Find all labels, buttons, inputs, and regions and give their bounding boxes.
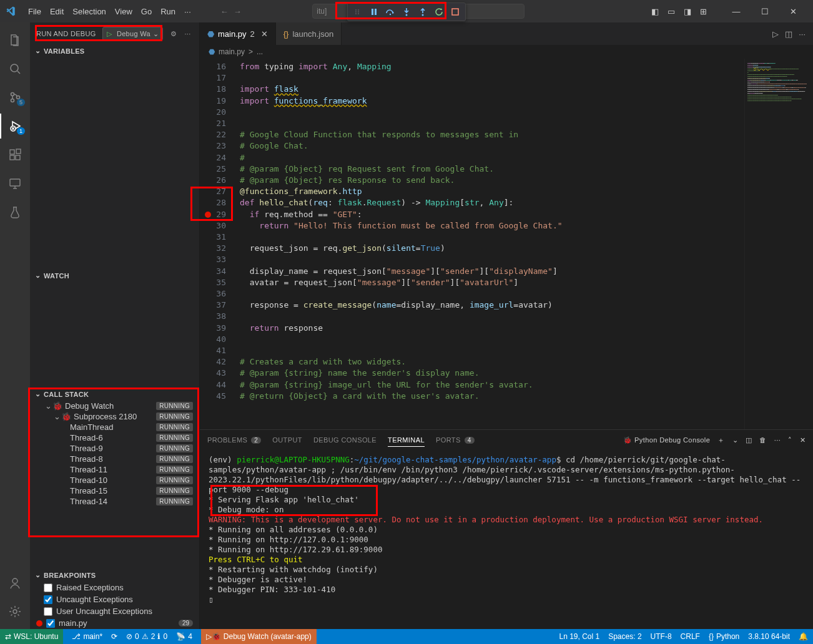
stop-button[interactable] [448,5,463,19]
panel-tab-problems[interactable]: PROBLEMS2 [207,434,261,446]
terminal-output[interactable]: (env) pierrick@LAPTOP-HKU5PNNG:~/git/goo… [200,450,813,629]
remote-indicator[interactable]: ⇄WSL: Ubuntu [0,629,63,644]
callstack-row[interactable]: Thread-11RUNNING [30,464,199,475]
panel-maximize-icon[interactable]: ˄ [788,436,792,444]
drag-grip-icon[interactable] [350,5,365,19]
eol-status[interactable]: CRLF [681,632,700,641]
nav-forward-icon[interactable]: → [234,7,242,16]
bp-raised-checkbox[interactable] [44,583,52,592]
start-debug-icon[interactable]: ▷ [103,30,116,38]
ports-status[interactable]: 📡4 [176,632,192,641]
callstack-row[interactable]: Thread-6RUNNING [30,432,199,443]
tab-launch-json[interactable]: {} launch.json [276,22,342,45]
breadcrumb[interactable]: ⬣ main.py > ... [200,45,813,59]
callstack-row[interactable]: Thread-15RUNNING [30,485,199,496]
panel-close-icon[interactable]: ✕ [800,436,806,444]
debug-target-status[interactable]: ▷🐞Debug Watch (avatar-app) [201,629,317,644]
callstack-row[interactable]: ⌄🐞Subprocess 2180RUNNING [30,411,199,422]
settings-gear-icon[interactable] [0,599,30,624]
extensions-icon[interactable] [0,142,30,167]
variables-section: Variables [30,45,199,270]
split-editor-icon[interactable]: ◫ [785,29,792,39]
python-interpreter[interactable]: 3.8.10 64-bit [748,632,790,641]
testing-icon[interactable] [0,200,30,225]
svg-point-22 [12,578,17,583]
breakpoints-title[interactable]: Breakpoints [30,569,199,582]
debug-config-dropdown[interactable]: ▷ Debug Wa⌄ [102,27,164,41]
callstack-row[interactable]: Thread-8RUNNING [30,454,199,464]
nav-back-icon[interactable]: ← [220,7,229,16]
bp-uncaught-exceptions[interactable]: Uncaught Exceptions [30,593,199,605]
code-editor[interactable]: 1617181920212223242526272829303132333435… [200,59,813,429]
run-editor-icon[interactable]: ▷ [772,29,779,39]
panel-tab-output[interactable]: OUTPUT [272,434,302,446]
step-out-button[interactable] [415,5,430,19]
window-close[interactable]: ✕ [779,0,808,22]
restart-button[interactable] [431,5,446,19]
notifications-icon[interactable]: 🔔 [799,632,808,641]
menu-more[interactable]: ··· [180,7,195,16]
bp-file-checkbox[interactable] [46,619,55,628]
bp-uncaught-checkbox[interactable] [44,595,52,604]
editor-more-icon[interactable]: ··· [799,29,806,39]
menu-edit[interactable]: Edit [46,7,68,16]
menu-run[interactable]: Run [156,7,180,16]
callstack-row[interactable]: ⌄🐞Debug WatchRUNNING [30,401,199,411]
explorer-icon[interactable] [0,27,30,52]
scm-icon[interactable]: 5 [0,85,30,110]
minimap[interactable]: ▬▬▬▬▬▬▬▬▬▬▬▬▬▬▬▬▬▬▬▬▬▬▬▬▬▬▬▬▬▬▬▬▬▬▬▬▬▬▬▬… [744,59,813,429]
window-maximize[interactable]: ☐ [751,0,779,22]
window-minimize[interactable]: — [722,0,751,22]
tab-main-py[interactable]: ⬣ main.py 2 ✕ [200,22,276,45]
sync-status[interactable]: ⟳ [111,632,117,641]
sidebar-more-icon[interactable]: ··· [185,30,191,37]
pause-button[interactable] [367,5,382,19]
callstack-row[interactable]: Thread-14RUNNING [30,496,199,507]
customize-layout-icon[interactable]: ⊞ [700,7,707,16]
panel-tab-debug-console[interactable]: DEBUG CONSOLE [313,434,377,446]
step-into-button[interactable] [399,5,414,19]
new-terminal-icon[interactable]: ＋ [717,436,724,445]
debug-settings-icon[interactable]: ⚙ [170,30,177,38]
search-icon[interactable] [0,56,30,81]
git-branch[interactable]: ⎇main* [72,632,102,641]
accounts-icon[interactable] [0,570,30,595]
indentation-status[interactable]: Spaces: 2 [608,632,641,641]
panel-tab-ports[interactable]: PORTS4 [436,434,475,446]
menu-view[interactable]: View [111,7,137,16]
terminal-chevron-icon[interactable]: ⌄ [732,436,738,444]
language-mode[interactable]: {}Python [709,632,739,641]
callstack-row[interactable]: Thread-10RUNNING [30,475,199,485]
tab-launch-json-label: launch.json [292,29,333,39]
menu-selection[interactable]: Selection [68,7,110,16]
run-debug-icon[interactable]: 1 [0,114,30,139]
panel-tab-terminal[interactable]: TERMINAL [388,434,425,447]
layout-secondary-side-icon[interactable]: ◨ [684,7,691,16]
bp-user-uncaught-checkbox[interactable] [44,607,52,616]
terminal-profile-label[interactable]: 🐞 Python Debug Console [623,436,711,444]
svg-point-12 [11,64,18,72]
svg-rect-7 [375,9,377,15]
layout-primary-side-icon[interactable]: ◧ [651,7,659,16]
bp-raised-exceptions[interactable]: Raised Exceptions [30,582,199,593]
panel-more-icon[interactable]: ··· [774,436,781,444]
step-over-button[interactable] [383,5,398,19]
kill-terminal-icon[interactable]: 🗑 [759,436,766,444]
encoding-status[interactable]: UTF-8 [651,632,672,641]
watch-title[interactable]: Watch [30,270,199,282]
callstack-row[interactable]: Thread-9RUNNING [30,443,199,454]
menu-go[interactable]: Go [137,7,156,16]
cursor-position[interactable]: Ln 19, Col 1 [559,632,599,641]
bp-file-mainpy[interactable]: main.py29 [30,617,199,629]
close-tab-icon[interactable]: ✕ [261,29,268,39]
debug-toolbar[interactable] [347,2,466,21]
callstack-row[interactable]: MainThreadRUNNING [30,422,199,432]
bp-user-uncaught[interactable]: User Uncaught Exceptions [30,605,199,617]
split-terminal-icon[interactable]: ◫ [746,436,752,444]
layout-panel-icon[interactable]: ▭ [668,7,675,16]
menu-file[interactable]: File [24,7,46,16]
remote-explorer-icon[interactable] [0,171,30,196]
variables-title[interactable]: Variables [30,45,199,57]
callstack-title[interactable]: Call Stack [30,388,199,401]
problems-status[interactable]: ⊘0 ⚠2 ℹ0 [126,632,167,641]
